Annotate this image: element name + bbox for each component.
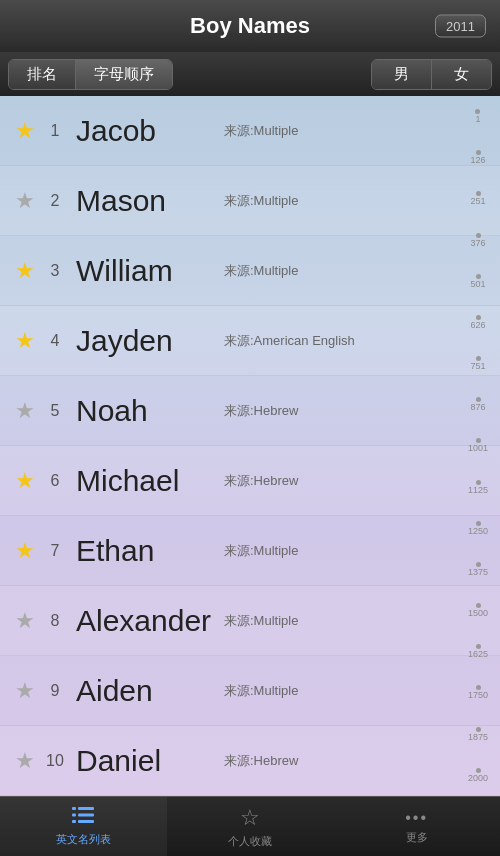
list-item[interactable]: ★ 5 Noah 来源:Hebrew <box>0 376 500 446</box>
name-text: William <box>76 254 216 288</box>
origin-text: 来源:Hebrew <box>224 402 490 420</box>
tab-female[interactable]: 女 <box>432 60 491 89</box>
name-text: Alexander <box>76 604 216 638</box>
name-text: Jayden <box>76 324 216 358</box>
sort-tab-group: 排名 字母顺序 <box>8 59 173 90</box>
nav-label-favorites: 个人收藏 <box>228 834 272 849</box>
rank-number: 10 <box>42 752 68 770</box>
origin-text: 来源:Multiple <box>224 682 490 700</box>
star-icon[interactable]: ★ <box>10 328 40 354</box>
rank-number: 4 <box>42 332 68 350</box>
star-icon[interactable]: ★ <box>10 538 40 564</box>
list-item[interactable]: ★ 9 Aiden 来源:Multiple <box>0 656 500 726</box>
rank-number: 1 <box>42 122 68 140</box>
name-text: Daniel <box>76 744 216 778</box>
rank-number: 3 <box>42 262 68 280</box>
name-text: Aiden <box>76 674 216 708</box>
nav-item-favorites[interactable]: ☆ 个人收藏 <box>167 797 334 856</box>
tab-rank[interactable]: 排名 <box>9 60 76 89</box>
app-title: Boy Names <box>10 13 490 39</box>
svg-rect-0 <box>72 807 76 810</box>
list-icon <box>72 806 94 829</box>
star-icon[interactable]: ★ <box>10 468 40 494</box>
nav-item-more[interactable]: ••• 更多 <box>333 797 500 856</box>
rank-number: 8 <box>42 612 68 630</box>
name-text: Michael <box>76 464 216 498</box>
bottom-nav-bar: 英文名列表 ☆ 个人收藏 ••• 更多 <box>0 796 500 856</box>
list-item[interactable]: ★ 3 William 来源:Multiple <box>0 236 500 306</box>
app-header: Boy Names 2011 <box>0 0 500 52</box>
star-icon[interactable]: ★ <box>10 678 40 704</box>
svg-rect-1 <box>78 807 94 810</box>
origin-text: 来源:Multiple <box>224 192 490 210</box>
rank-number: 7 <box>42 542 68 560</box>
star-icon[interactable]: ★ <box>10 748 40 774</box>
name-list-content: ★ 1 Jacob 来源:Multiple ★ 2 Mason 来源:Multi… <box>0 96 500 796</box>
top-tab-bar: 排名 字母顺序 男 女 <box>0 52 500 96</box>
tab-male[interactable]: 男 <box>372 60 432 89</box>
name-text: Noah <box>76 394 216 428</box>
list-item[interactable]: ★ 8 Alexander 来源:Multiple <box>0 586 500 656</box>
nav-label-list: 英文名列表 <box>56 832 111 847</box>
origin-text: 来源:Multiple <box>224 612 490 630</box>
origin-text: 来源:Multiple <box>224 122 490 140</box>
svg-rect-4 <box>72 820 76 823</box>
nav-item-list[interactable]: 英文名列表 <box>0 797 167 856</box>
tab-alphabetical[interactable]: 字母顺序 <box>76 60 172 89</box>
name-text: Jacob <box>76 114 216 148</box>
rank-number: 6 <box>42 472 68 490</box>
rank-number: 5 <box>42 402 68 420</box>
list-item[interactable]: ★ 4 Jayden 来源:American English <box>0 306 500 376</box>
rank-number: 9 <box>42 682 68 700</box>
star-icon[interactable]: ★ <box>10 608 40 634</box>
star-icon[interactable]: ★ <box>10 118 40 144</box>
name-text: Ethan <box>76 534 216 568</box>
origin-text: 来源:Multiple <box>224 542 490 560</box>
rank-number: 2 <box>42 192 68 210</box>
svg-rect-2 <box>72 814 76 817</box>
list-item[interactable]: ★ 7 Ethan 来源:Multiple <box>0 516 500 586</box>
nav-label-more: 更多 <box>406 830 428 845</box>
star-nav-icon: ☆ <box>240 805 260 831</box>
list-item[interactable]: ★ 10 Daniel 来源:Hebrew <box>0 726 500 796</box>
star-icon[interactable]: ★ <box>10 188 40 214</box>
svg-rect-3 <box>78 814 94 817</box>
origin-text: 来源:American English <box>224 332 490 350</box>
dots-nav-icon: ••• <box>405 809 428 827</box>
list-item[interactable]: ★ 2 Mason 来源:Multiple <box>0 166 500 236</box>
origin-text: 来源:Multiple <box>224 262 490 280</box>
star-icon[interactable]: ★ <box>10 258 40 284</box>
list-item[interactable]: ★ 6 Michael 来源:Hebrew <box>0 446 500 516</box>
origin-text: 来源:Hebrew <box>224 752 490 770</box>
year-badge: 2011 <box>435 15 486 38</box>
svg-rect-5 <box>78 820 94 823</box>
name-text: Mason <box>76 184 216 218</box>
gender-tab-group: 男 女 <box>371 59 492 90</box>
list-item[interactable]: ★ 1 Jacob 来源:Multiple <box>0 96 500 166</box>
origin-text: 来源:Hebrew <box>224 472 490 490</box>
star-icon[interactable]: ★ <box>10 398 40 424</box>
